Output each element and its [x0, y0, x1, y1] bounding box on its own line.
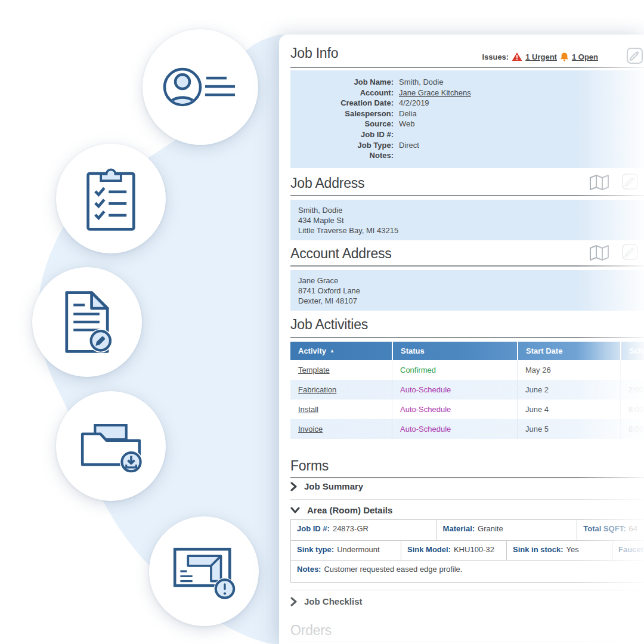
address-line: Dexter, MI 48107 — [298, 296, 644, 306]
activity-link[interactable]: Invoice — [298, 425, 323, 434]
page: Job Info Issues: 1 Urgent 1 Open — [0, 0, 644, 644]
address-line: 434 Maple St — [298, 215, 644, 225]
form-cell-faucet: Faucet — [612, 540, 644, 561]
form-row: Notes:Customer requested eased edge prof… — [290, 560, 644, 583]
field-label: Account: — [290, 88, 394, 98]
form-cell-material: Material:Granite — [436, 519, 578, 541]
activity-link[interactable]: Install — [298, 405, 318, 414]
field-row: Notes: — [290, 150, 644, 161]
table-row: Template Confirmed May 26 — [290, 360, 644, 380]
circle-folder-download — [56, 391, 166, 501]
field-label: Source: — [290, 119, 394, 129]
chevron-right-icon — [290, 597, 297, 606]
field-row: Job Type:Direct — [290, 140, 644, 151]
edit-job-info-button[interactable] — [626, 47, 644, 64]
field-label: Job Name: — [290, 77, 394, 88]
chevron-down-icon — [290, 507, 300, 513]
form-row: Sink type:Undermount Sink Model:KHU100-3… — [290, 540, 644, 561]
field-value: Smith, Dodie — [399, 77, 443, 88]
field-value: Web — [399, 119, 415, 129]
edit-pencil-icon — [621, 172, 639, 190]
form-section-label: Job Summary — [304, 481, 363, 491]
field-value: Direct — [399, 140, 419, 151]
field-row: Creation Date:4/2/2019 — [290, 98, 644, 109]
map-job-address-button[interactable] — [589, 174, 609, 191]
form-cell-notes: Notes:Customer requested eased edge prof… — [290, 560, 644, 583]
field-label: Creation Date: — [290, 98, 394, 109]
form-cell-sink-type: Sink type:Undermount — [290, 540, 401, 561]
field-label: Job ID #: — [290, 129, 394, 140]
field-row: Salesperson:Delia — [290, 109, 644, 119]
activity-start-date: June 2 — [517, 380, 620, 400]
issues-label: Issues: — [482, 52, 509, 61]
forms-row-divider — [290, 590, 644, 590]
column-header-schedule[interactable]: Schedule — [620, 342, 644, 360]
edit-job-address-button[interactable] — [621, 172, 639, 190]
account-link[interactable]: Jane Grace Kitchens — [399, 88, 471, 98]
account-address-box: Jane Grace 8741 Oxford Lane Dexter, MI 4… — [290, 270, 644, 311]
activity-time: 8:00 — [620, 400, 644, 419]
chevron-right-icon — [290, 482, 297, 491]
field-row: Job Name:Smith, Dodie — [290, 77, 644, 88]
urgent-triangle-icon — [512, 52, 522, 61]
table-row: Install Auto-Schedule June 4 8:00 — [290, 400, 644, 419]
activity-start-date: June 5 — [517, 419, 620, 439]
activity-time: 2:00 — [620, 380, 644, 400]
form-section-job-summary[interactable]: Job Summary — [290, 481, 363, 491]
forms-row-divider — [290, 499, 644, 500]
activity-link[interactable]: Fabrication — [298, 385, 336, 394]
field-label: Notes: — [290, 150, 394, 161]
form-section-label: Area (Room) Details — [307, 505, 392, 515]
form-cell-total-sqft: Total SQFT:64 — [577, 519, 644, 541]
field-value: 4/2/2019 — [399, 98, 429, 109]
activity-link[interactable]: Template — [298, 366, 330, 374]
table-row: Invoice Auto-Schedule June 5 8:00 — [290, 419, 644, 439]
table-header-row: Activity▲ Status Start Date Schedule — [290, 342, 644, 360]
activity-start-date: May 26 — [517, 360, 620, 380]
job-detail-panel: Job Info Issues: 1 Urgent 1 Open — [279, 35, 644, 644]
field-row: Source:Web — [290, 119, 644, 129]
orders-divider — [290, 642, 644, 642]
job-address-box: Smith, Dodie 434 Maple St Little Travers… — [290, 200, 644, 240]
field-label: Job Type: — [290, 140, 394, 151]
field-row: Account:Jane Grace Kitchens — [290, 88, 644, 98]
bottom-fade-overlay — [279, 609, 644, 644]
column-header-activity[interactable]: Activity▲ — [290, 342, 392, 360]
edit-pencil-icon — [626, 47, 644, 64]
address-line: 8741 Oxford Lane — [298, 286, 644, 296]
job-address-divider — [290, 195, 644, 196]
open-issues-link[interactable]: 1 Open — [572, 52, 598, 61]
edit-account-address-button[interactable] — [621, 243, 639, 261]
form-cell-sink-in-stock: Sink in stock:Yes — [506, 540, 612, 561]
map-icon — [589, 174, 609, 191]
activity-status: Confirmed — [392, 360, 517, 380]
forms-title: Forms — [290, 458, 329, 474]
column-header-start-date[interactable]: Start Date — [517, 342, 620, 360]
circle-contact-card — [143, 29, 258, 145]
job-activities-title: Job Activities — [290, 317, 368, 333]
account-address-title: Account Address — [290, 246, 392, 262]
activity-start-date: June 4 — [517, 400, 620, 419]
urgent-issues-link[interactable]: 1 Urgent — [525, 52, 557, 61]
form-section-area-details[interactable]: Area (Room) Details — [290, 505, 392, 515]
map-icon — [589, 244, 609, 262]
form-section-job-checklist[interactable]: Job Checklist — [290, 596, 363, 606]
forms-divider — [290, 477, 644, 478]
activity-time — [620, 360, 644, 380]
job-info-box: Job Name:Smith, Dodie Account:Jane Grace… — [290, 70, 644, 168]
orders-title: Orders — [290, 623, 332, 639]
contact-card-icon — [161, 60, 240, 114]
column-header-status[interactable]: Status — [392, 342, 517, 360]
job-info-title: Job Info — [290, 45, 338, 61]
field-value: Delia — [399, 109, 417, 119]
job-activities-table: Activity▲ Status Start Date Schedule Tem… — [290, 342, 644, 439]
map-account-address-button[interactable] — [589, 244, 609, 262]
folder-download-icon — [77, 417, 145, 475]
table-row: Fabrication Auto-Schedule June 2 2:00 — [290, 380, 644, 400]
area-details-form: Job ID #:24873-GR Material:Granite Total… — [290, 519, 644, 583]
address-line: Smith, Dodie — [298, 205, 644, 215]
activity-time: 8:00 — [620, 419, 644, 439]
issues-summary: Issues: 1 Urgent 1 Open — [482, 52, 598, 61]
address-line: Little Traverse Bay, MI 43215 — [298, 225, 644, 236]
form-cell-job-id: Job ID #:24873-GR — [290, 519, 437, 541]
